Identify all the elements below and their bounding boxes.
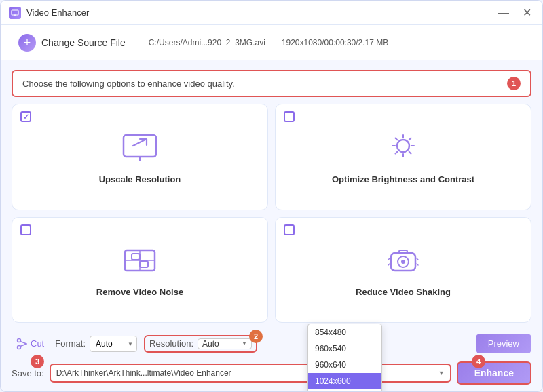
svg-line-14	[396, 138, 398, 140]
dropdown-item-1280x720[interactable]: 1280x720	[308, 389, 381, 392]
save-row: Save to: D:\ArkThinker\ArkThink...ltimat…	[12, 361, 531, 385]
option-card-noise: Remove Video Noise	[12, 217, 268, 324]
title-bar-left: Video Enhancer	[9, 7, 89, 19]
save-path-text: D:\ArkThinker\ArkThink...ltimate\Video E…	[56, 368, 231, 378]
file-path: C:/Users/Admi...920_2_3MG.avi	[149, 38, 265, 47]
svg-line-27	[388, 258, 390, 260]
format-section: Format: Auto	[55, 336, 137, 352]
change-source-button[interactable]: + Change Source File	[12, 30, 132, 56]
svg-line-16	[409, 138, 411, 140]
format-select[interactable]: Auto	[90, 336, 137, 352]
save-path-box[interactable]: D:\ArkThinker\ArkThink...ltimate\Video E…	[50, 364, 451, 383]
instruction-text: Choose the following options to enhance …	[22, 79, 235, 89]
enhance-badge: 4	[472, 355, 485, 368]
bottom-bar: Cut Format: Auto Resolution: Auto ▼ 2	[12, 330, 531, 355]
svg-line-6	[133, 139, 147, 146]
resolution-badge: 2	[249, 330, 263, 343]
shaking-label: Reduce Video Shaking	[356, 287, 451, 297]
brightness-checkbox[interactable]	[284, 111, 295, 122]
resolution-label: Resolution:	[149, 338, 193, 349]
svg-line-29	[417, 258, 418, 260]
svg-line-15	[409, 151, 411, 153]
instruction-badge: 1	[507, 77, 521, 90]
change-source-label: Change Source File	[41, 37, 126, 48]
options-grid: Upscale Resolution	[12, 104, 531, 323]
svg-rect-22	[140, 261, 148, 267]
minimize-button[interactable]: —	[495, 6, 512, 20]
upscale-checkbox[interactable]	[20, 111, 31, 122]
save-badge: 3	[31, 355, 44, 368]
plus-icon: +	[18, 34, 36, 52]
dropdown-item-854x480[interactable]: 854x480	[308, 324, 381, 340]
resolution-select-wrapper[interactable]: Auto ▼	[198, 338, 252, 349]
save-to-label: Save to:	[12, 368, 44, 378]
app-window: Video Enhancer — ✕ + Change Source File …	[0, 0, 543, 392]
svg-point-25	[401, 260, 405, 264]
resolution-section: Resolution: Auto ▼ 2	[144, 335, 257, 353]
shaking-icon	[384, 245, 422, 280]
instruction-bar: Choose the following options to enhance …	[12, 70, 531, 97]
dropdown-item-960x640[interactable]: 960x640	[308, 357, 381, 373]
main-content: Choose the following options to enhance …	[1, 60, 542, 391]
resolution-dropdown: 854x480 960x540 960x640 1024x600 1280x72…	[307, 324, 382, 392]
svg-point-9	[397, 140, 409, 152]
app-icon	[9, 7, 21, 19]
svg-rect-3	[124, 135, 156, 157]
close-button[interactable]: ✕	[520, 6, 534, 20]
svg-line-33	[20, 341, 26, 344]
cut-button[interactable]: Cut	[12, 335, 48, 353]
preview-button[interactable]: Preview	[476, 334, 531, 353]
window-controls: — ✕	[495, 6, 534, 20]
noise-icon	[121, 245, 159, 280]
svg-rect-26	[399, 250, 407, 254]
toolbar: + Change Source File C:/Users/Admi...920…	[1, 25, 542, 60]
window-title: Video Enhancer	[26, 7, 89, 18]
svg-rect-0	[12, 10, 18, 15]
dropdown-item-1024x600[interactable]: 1024x600	[308, 373, 381, 389]
svg-line-34	[20, 344, 26, 347]
title-bar: Video Enhancer — ✕	[1, 1, 542, 25]
format-label: Format:	[55, 338, 86, 349]
noise-label: Remove Video Noise	[96, 287, 183, 297]
noise-checkbox[interactable]	[20, 224, 31, 235]
upscale-icon	[121, 132, 159, 168]
brightness-label: Optimize Brightness and Contrast	[332, 174, 474, 184]
enhance-button[interactable]: Enhance	[457, 361, 531, 385]
dropdown-list: 854x480 960x540 960x640 1024x600 1280x72…	[308, 324, 381, 392]
option-card-shaking: Reduce Video Shaking	[275, 217, 531, 324]
dropdown-item-960x540[interactable]: 960x540	[308, 340, 381, 357]
svg-rect-21	[132, 254, 140, 260]
svg-line-17	[396, 151, 398, 153]
option-card-brightness: Optimize Brightness and Contrast	[275, 104, 531, 210]
brightness-icon	[384, 132, 422, 168]
svg-line-28	[388, 264, 390, 265]
upscale-label: Upscale Resolution	[99, 174, 181, 184]
option-card-upscale: Upscale Resolution	[12, 104, 268, 210]
svg-line-30	[417, 264, 418, 265]
resolution-arrow-icon: ▼	[242, 340, 247, 347]
save-path-dropdown-icon: ▼	[438, 370, 445, 376]
shaking-checkbox[interactable]	[284, 224, 295, 235]
file-meta: 1920x1080/00:00:30/2.17 MB	[282, 38, 388, 47]
resolution-value: Auto	[202, 339, 236, 349]
format-select-wrapper: Auto	[90, 336, 137, 352]
cut-label: Cut	[31, 338, 44, 349]
